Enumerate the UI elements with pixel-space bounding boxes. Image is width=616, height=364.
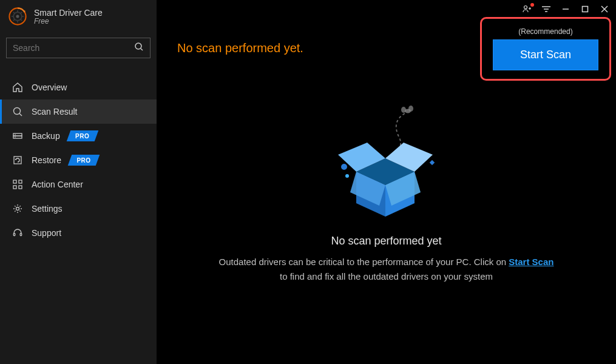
maximize-button[interactable] [580, 4, 591, 15]
app-logo-icon [7, 6, 28, 27]
svg-rect-23 [19, 180, 22, 183]
nav-label: Overview [32, 83, 67, 92]
notification-dot-icon [530, 3, 534, 7]
svg-line-8 [21, 19, 22, 21]
svg-point-14 [14, 108, 21, 115]
svg-point-26 [16, 207, 19, 211]
svg-rect-20 [14, 157, 21, 164]
empty-state: No scan performed yet Outdated drivers c… [157, 100, 616, 284]
svg-marker-21 [15, 159, 17, 160]
svg-rect-36 [583, 7, 588, 12]
search-icon [134, 42, 144, 54]
home-icon [12, 82, 23, 93]
magnifier-icon [12, 106, 23, 117]
nav-support[interactable]: Support [0, 221, 157, 245]
backup-icon [12, 130, 23, 141]
nav-settings[interactable]: Settings [0, 197, 157, 221]
start-scan-button[interactable]: Start Scan [493, 39, 598, 70]
close-button[interactable] [599, 4, 610, 15]
svg-point-19 [15, 136, 16, 138]
gear-icon [12, 203, 23, 214]
nav-label: Settings [32, 204, 63, 214]
app-edition: Free [34, 17, 103, 25]
minimize-button[interactable] [560, 4, 571, 15]
scan-status-header: No scan performed yet. [177, 41, 303, 55]
empty-state-description: Outdated drivers can be critical to the … [219, 255, 554, 284]
recommended-label: (Recommended) [518, 27, 572, 36]
svg-line-15 [19, 113, 22, 116]
nav-overview[interactable]: Overview [0, 75, 157, 99]
nav-label: Backup [32, 131, 60, 141]
svg-line-9 [21, 12, 22, 13]
scan-recommendation-box: (Recommended) Start Scan [480, 17, 611, 81]
svg-rect-24 [13, 186, 16, 189]
svg-rect-22 [13, 180, 16, 183]
search-input[interactable] [13, 43, 134, 53]
svg-point-12 [135, 43, 141, 49]
svg-rect-25 [19, 186, 22, 189]
nav: Overview Scan Result Backup PRO Restore [0, 75, 157, 245]
svg-rect-17 [13, 136, 22, 138]
menu-icon[interactable] [541, 4, 552, 15]
svg-point-40 [401, 107, 406, 113]
brand: Smart Driver Care Free [0, 0, 157, 27]
app-title: Smart Driver Care [34, 8, 103, 18]
nav-label: Restore [32, 155, 61, 165]
svg-point-29 [524, 6, 527, 9]
search-box[interactable] [6, 38, 151, 58]
headset-icon [12, 228, 23, 238]
svg-point-41 [408, 106, 413, 112]
nav-scan-result[interactable]: Scan Result [0, 99, 157, 124]
main-panel: No scan performed yet. (Recommended) Sta… [157, 0, 616, 364]
svg-rect-28 [20, 234, 22, 236]
empty-state-title: No scan performed yet [331, 235, 441, 248]
account-icon[interactable] [521, 4, 532, 15]
svg-point-2 [16, 15, 19, 18]
open-box-icon [320, 100, 453, 224]
svg-line-10 [13, 19, 15, 21]
titlebar [515, 0, 616, 18]
pro-badge: PRO [69, 130, 96, 141]
sidebar: Smart Driver Care Free Overview Scan Res… [0, 0, 157, 364]
svg-line-7 [13, 12, 15, 13]
svg-rect-45 [429, 160, 434, 165]
svg-line-13 [141, 49, 143, 50]
nav-restore[interactable]: Restore PRO [0, 148, 157, 172]
nav-label: Action Center [32, 180, 83, 189]
svg-rect-27 [13, 234, 15, 236]
svg-point-18 [15, 134, 16, 135]
start-scan-link[interactable]: Start Scan [509, 257, 553, 267]
pro-badge: PRO [70, 155, 98, 166]
restore-icon [12, 155, 23, 166]
nav-backup[interactable]: Backup PRO [0, 124, 157, 148]
nav-label: Scan Result [32, 107, 77, 116]
nav-action-center[interactable]: Action Center [0, 172, 157, 197]
nav-label: Support [32, 228, 61, 238]
svg-point-42 [341, 164, 347, 170]
svg-point-43 [345, 174, 349, 178]
grid-icon [12, 179, 23, 190]
